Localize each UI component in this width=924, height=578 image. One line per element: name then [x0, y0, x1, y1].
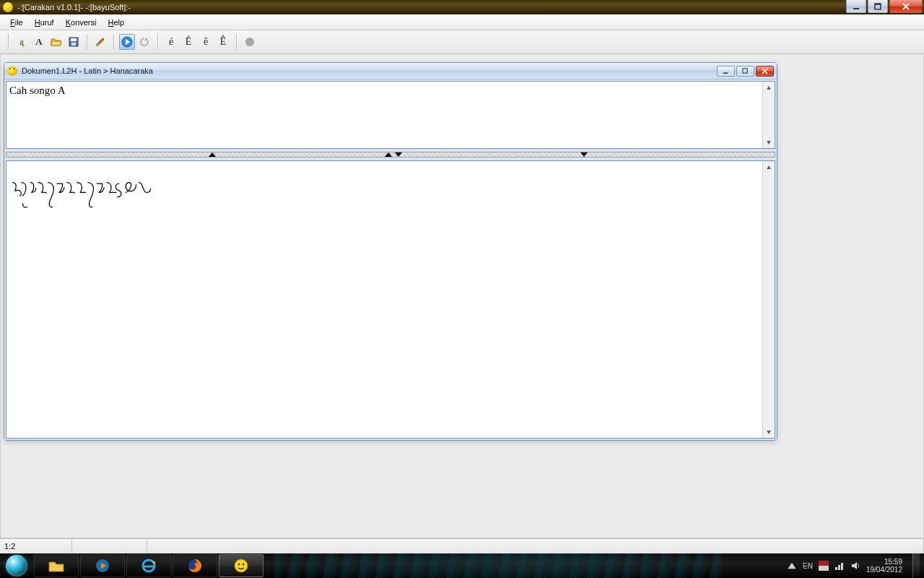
status-cell-2 [72, 539, 147, 553]
svg-point-6 [96, 43, 99, 46]
scrollbar[interactable] [762, 82, 775, 148]
e-acute-upper-button[interactable]: É [180, 34, 196, 50]
e-acute-lower-button[interactable]: é [163, 34, 179, 50]
menu-konversi[interactable]: Konversi [60, 17, 103, 28]
smiley-icon [3, 2, 13, 12]
menubar: File Huruf Konversi Help [0, 14, 924, 30]
task-mediaplayer[interactable] [80, 554, 125, 577]
volume-icon[interactable] [850, 561, 860, 571]
menu-konversi-label: onversi [71, 18, 96, 27]
system-tray: EN 15:59 19/04/2012 [787, 553, 924, 578]
e-circumflex-upper-button[interactable]: Ê [215, 34, 231, 50]
svg-point-13 [235, 559, 248, 572]
show-desktop-button[interactable] [912, 553, 920, 578]
doc-minimize-button[interactable] [717, 66, 735, 77]
brush-button[interactable] [92, 34, 108, 50]
circle-icon [245, 38, 254, 46]
task-carakan[interactable] [219, 554, 263, 577]
pane-splitter[interactable] [6, 152, 775, 158]
separator-icon [236, 34, 237, 50]
task-explorer[interactable] [34, 554, 79, 577]
latin-input-text: Cah songo A [9, 85, 66, 96]
statusbar: 1:2 [0, 538, 924, 553]
svg-point-15 [243, 564, 245, 566]
mdi-area: Dokumen1.L2H - Latin > Hanacaraka Cah so… [0, 54, 924, 538]
tray-date: 19/04/2012 [866, 566, 902, 574]
status-cell-rest [147, 539, 924, 553]
window-controls [846, 0, 924, 14]
svg-rect-0 [853, 8, 859, 9]
minimize-button[interactable] [846, 0, 866, 13]
scroll-down-icon[interactable] [763, 136, 775, 148]
svg-rect-19 [838, 565, 840, 570]
start-orb-icon [6, 555, 27, 577]
network-icon[interactable] [834, 561, 845, 571]
svg-rect-5 [71, 43, 76, 46]
scrollbar[interactable] [762, 161, 775, 438]
menu-huruf-label: uruf [40, 18, 54, 27]
menu-help[interactable]: Help [102, 17, 130, 28]
close-button[interactable] [889, 0, 923, 13]
new-doc-alt-button[interactable]: A [31, 34, 47, 50]
document-window-controls [717, 66, 774, 77]
tray-up-icon[interactable] [787, 561, 797, 571]
new-doc-button[interactable]: a✦ [14, 34, 30, 50]
tray-time: 15:59 [866, 558, 902, 566]
app-title: -:[Carakan v1.0.1]- -:[bayuSoft]:- [17, 3, 131, 12]
document-title: Dokumen1.L2H - Latin > Hanacaraka [22, 66, 153, 75]
document-window: Dokumen1.L2H - Latin > Hanacaraka Cah so… [4, 62, 777, 441]
taskbar: EN 15:59 19/04/2012 [0, 553, 924, 578]
separator-icon [8, 34, 9, 50]
svg-point-14 [238, 564, 240, 566]
separator-icon [157, 34, 158, 50]
open-button[interactable] [48, 34, 64, 50]
javanese-script-icon [9, 177, 186, 210]
hanacaraka-output-pane [6, 160, 775, 439]
doc-close-button[interactable] [756, 66, 774, 77]
refresh-button[interactable] [136, 34, 152, 50]
menu-file[interactable]: File [4, 17, 29, 28]
start-button[interactable] [0, 553, 33, 578]
menu-file-label: ile [15, 18, 23, 27]
save-button[interactable] [66, 34, 82, 50]
separator-icon [87, 34, 87, 50]
run-button[interactable] [119, 34, 135, 50]
scroll-up-icon[interactable] [763, 161, 775, 173]
tray-language[interactable]: EN [803, 562, 813, 570]
menu-help-label: elp [113, 18, 124, 27]
latin-input[interactable]: Cah songo A [9, 85, 762, 145]
tray-clock[interactable]: 15:59 19/04/2012 [866, 558, 902, 574]
toolbar: a✦ A é É ê Ê [0, 30, 924, 54]
maximize-button[interactable] [868, 0, 888, 13]
flag-icon[interactable] [819, 561, 829, 571]
scroll-down-icon[interactable] [763, 426, 775, 438]
hanacaraka-output[interactable] [9, 177, 762, 435]
app-titlebar: -:[Carakan v1.0.1]- -:[bayuSoft]:- [0, 0, 924, 14]
e-circumflex-lower-button[interactable]: ê [198, 34, 214, 50]
svg-rect-17 [819, 566, 829, 571]
smiley-icon [7, 66, 17, 76]
document-body: Cah songo A [4, 79, 777, 440]
document-titlebar[interactable]: Dokumen1.L2H - Latin > Hanacaraka [4, 63, 777, 79]
svg-rect-8 [723, 72, 728, 74]
svg-rect-9 [743, 68, 747, 72]
record-button[interactable] [242, 34, 258, 50]
scroll-up-icon[interactable] [763, 82, 775, 94]
svg-rect-20 [841, 563, 843, 570]
svg-rect-2 [875, 4, 881, 5]
status-cursor-pos: 1:2 [0, 539, 72, 553]
separator-icon [113, 34, 114, 50]
svg-rect-4 [71, 38, 77, 41]
task-ie[interactable] [126, 554, 171, 577]
doc-maximize-button[interactable] [736, 66, 754, 77]
svg-rect-18 [835, 567, 837, 570]
latin-input-pane: Cah songo A [6, 81, 775, 149]
task-firefox[interactable] [173, 554, 217, 577]
menu-huruf[interactable]: Huruf [29, 17, 60, 28]
